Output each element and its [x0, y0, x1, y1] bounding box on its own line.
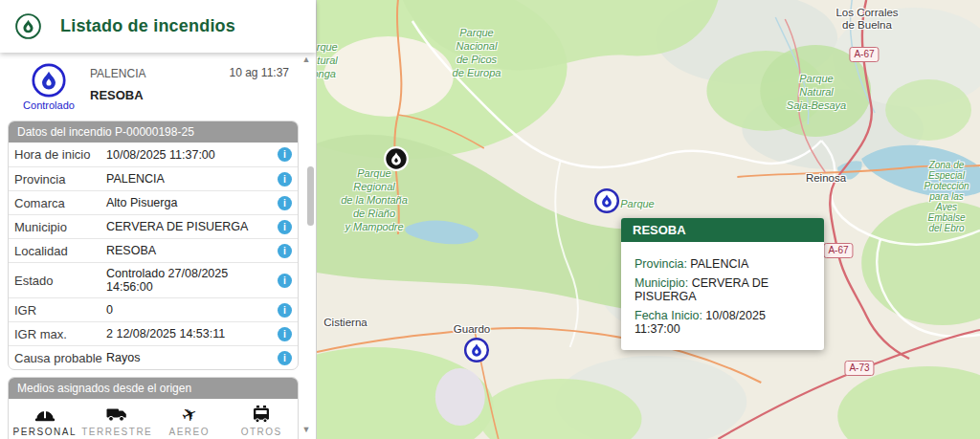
incident-province: PALENCIA	[90, 67, 145, 80]
incident-detail-row: ProvinciaPALENCIA	[9, 166, 298, 190]
detail-row-value: 10/08/2025 11:37:00	[106, 148, 271, 162]
popup-body: Provincia: PALENCIAMunicipio: CERVERA DE…	[621, 242, 824, 350]
popup-row-label: Provincia:	[635, 257, 690, 271]
popup-row: Provincia: PALENCIA	[635, 257, 813, 271]
sidebar-content: Controlado PALENCIA RESOBA 10 ag 11:37 D…	[0, 53, 316, 439]
resources-panel: Medios asignados desde el origen PERSONA…	[8, 377, 299, 439]
app-window: Listado de incendios Controlado	[0, 0, 980, 439]
firetruck-icon	[250, 405, 273, 424]
incident-detail-row: ComarcaAlto Pisuerga	[9, 190, 298, 214]
detail-row-label: Hora de inicio	[14, 147, 106, 162]
detail-row-label: Causa probable	[14, 351, 106, 365]
detail-row-value: CERVERA DE PISUERGA	[106, 220, 271, 233]
tab-personal-label: PERSONAL	[13, 427, 77, 437]
detail-row-label: Municipio	[14, 220, 106, 234]
incident-detail-row: EstadoControlado 27/08/2025 14:56:00	[9, 262, 298, 297]
controlled-fire-icon	[32, 63, 66, 98]
incident-details-panel: Datos del incendio P-00000198-25 Hora de…	[8, 121, 299, 370]
incident-detail-row: LocalidadRESOBA	[9, 238, 298, 262]
info-icon[interactable]	[278, 303, 292, 318]
incident-details-header: Datos del incendio P-00000198-25	[9, 121, 298, 143]
scrollbar-thumb[interactable]	[307, 166, 314, 226]
road-badge-a-73: A-73	[844, 361, 874, 376]
detail-row-value: 0	[106, 303, 271, 317]
info-icon[interactable]	[278, 220, 292, 234]
fire-marker-controlled-guardo[interactable]	[464, 338, 490, 367]
info-icon[interactable]	[278, 351, 292, 365]
detail-row-value: Controlado 27/08/2025 14:56:00	[106, 267, 271, 294]
sidebar: Listado de incendios Controlado	[0, 0, 317, 439]
page-title: Listado de incendios	[60, 16, 235, 36]
plane-icon	[182, 405, 197, 424]
incident-details-rows: Hora de inicio10/08/2025 11:37:00Provinc…	[9, 143, 298, 369]
detail-row-label: IGR	[14, 303, 106, 318]
popup-row: Municipio: CERVERA DE PISUERGA	[635, 276, 813, 303]
tab-aereo[interactable]: AEREO	[153, 399, 226, 439]
detail-row-value: Alto Pisuerga	[106, 196, 271, 209]
tab-personal[interactable]: PERSONAL	[9, 399, 81, 439]
incident-list-item[interactable]: Controlado PALENCIA RESOBA 10 ag 11:37	[0, 53, 316, 117]
tab-terrestre-label: TERRESTRE	[81, 427, 152, 437]
popup-row-label: Municipio:	[635, 276, 692, 290]
scroll-up-arrow[interactable]	[300, 55, 313, 64]
map-popup: RESOBA Provincia: PALENCIAMunicipio: CER…	[621, 218, 824, 350]
detail-row-value: PALENCIA	[106, 172, 271, 186]
incident-detail-row: Hora de inicio10/08/2025 11:37:00	[9, 143, 298, 166]
fire-marker-active[interactable]	[384, 146, 410, 176]
sidebar-header: Listado de incendios	[0, 0, 316, 53]
incident-datetime: 10 ag 11:37	[229, 66, 289, 79]
detail-row-label: IGR max.	[14, 327, 106, 341]
tab-terrestre[interactable]: TERRESTRE	[81, 399, 154, 439]
popup-title: RESOBA	[621, 218, 824, 242]
truck-icon	[105, 405, 128, 424]
popup-row-value: PALENCIA	[690, 257, 748, 271]
popup-row-label: Fecha Inicio:	[635, 309, 705, 322]
detail-row-label: Localidad	[14, 244, 106, 258]
incident-detail-row: IGR max.2 12/08/2025 14:53:11	[9, 321, 298, 345]
incident-detail-row: IGR0	[9, 297, 298, 321]
detail-row-value: Rayos	[106, 351, 271, 364]
road-badge-a-67: A-67	[823, 243, 853, 258]
info-icon[interactable]	[278, 274, 292, 288]
tab-aereo-label: AEREO	[168, 427, 210, 437]
detail-row-label: Provincia	[14, 172, 106, 187]
fire-marker-controlled-resoba[interactable]	[594, 188, 620, 218]
app-logo-flame-icon	[15, 13, 41, 39]
info-icon[interactable]	[278, 327, 292, 341]
info-icon[interactable]	[278, 172, 292, 187]
resources-header: Medios asignados desde el origen	[9, 378, 298, 399]
detail-row-value: 2 12/08/2025 14:53:11	[106, 327, 271, 340]
incident-status-label: Controlado	[23, 99, 75, 111]
resources-tabs: PERSONAL TERRESTRE	[9, 399, 298, 439]
sidebar-scrollbar[interactable]	[306, 67, 315, 424]
tab-otros[interactable]: OTROS	[226, 399, 299, 439]
incident-detail-row: Causa probableRayos	[9, 345, 298, 369]
info-icon[interactable]	[278, 244, 292, 258]
info-icon[interactable]	[278, 147, 292, 162]
helmet-icon	[33, 405, 56, 424]
incident-name: RESOBA	[90, 88, 145, 102]
popup-row: Fecha Inicio: 10/08/2025 11:37:00	[635, 309, 813, 336]
detail-row-value: RESOBA	[106, 244, 271, 257]
detail-row-label: Comarca	[14, 196, 106, 210]
road-badge-a-67: A-67	[849, 47, 879, 62]
incident-detail-row: MunicipioCERVERA DE PISUERGA	[9, 214, 298, 238]
info-icon[interactable]	[278, 196, 292, 210]
map[interactable]: Parque Natural PongaParque Nacional de P…	[317, 0, 980, 439]
detail-row-label: Estado	[14, 274, 106, 288]
tab-otros-label: OTROS	[241, 427, 282, 437]
scroll-down-arrow[interactable]	[300, 425, 313, 434]
